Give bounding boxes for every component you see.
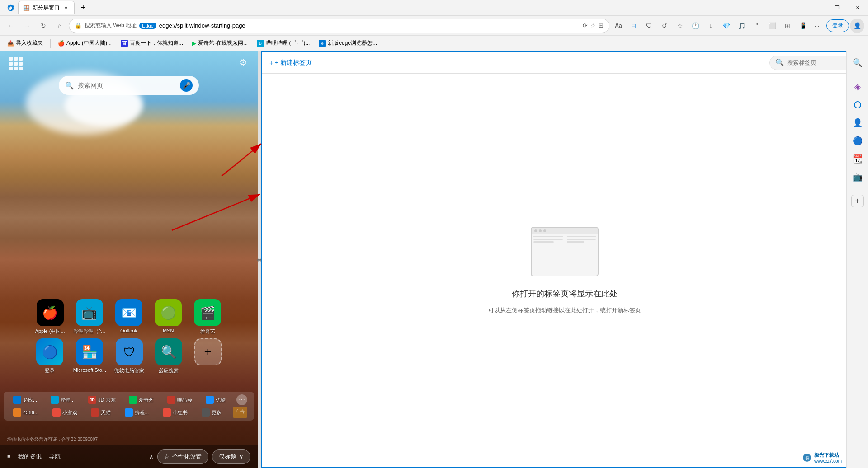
sidebar-add-button[interactable]: +	[851, 195, 864, 207]
sidebar-collections-button[interactable]: ◈	[849, 79, 866, 95]
hamburger-icon: ≡	[7, 453, 11, 460]
voice-search-button[interactable]: 🎤	[180, 79, 193, 92]
bookmark-edge-guide[interactable]: e 新版edge浏览器怎...	[315, 38, 381, 48]
quotes-button[interactable]: "	[750, 19, 764, 33]
svg-text:极: 极	[804, 456, 809, 460]
login-button[interactable]: 登录	[826, 19, 849, 32]
shortcut-bing[interactable]: 必应...	[10, 394, 40, 405]
more-tools-button[interactable]: ⋯	[811, 19, 826, 33]
app-login[interactable]: 🔵 登录	[34, 338, 66, 374]
screenshot-button[interactable]: ⬜	[765, 19, 779, 33]
sidebar-tv-button[interactable]: 📺	[849, 169, 866, 185]
settings-more-button[interactable]: 📱	[796, 19, 810, 33]
refresh-page-button[interactable]: ↺	[657, 19, 672, 33]
4366-shortcut-icon	[13, 408, 21, 417]
right-sidebar: 🔍 ◈ 👤 🔵 📆 📺 +	[846, 51, 868, 468]
shortcut-tmall[interactable]: 天猫	[88, 407, 113, 418]
address-bar[interactable]: 🔒 搜索或输入 Web 地址 Edge edge://split-window-…	[69, 19, 609, 33]
shortcut-jd[interactable]: JD JD 京东	[85, 394, 118, 405]
right-header: + + 新建标签页 🔍	[262, 52, 867, 74]
address-icon: 🔒	[75, 22, 82, 29]
address-text: edge://split-window-starting-page	[159, 22, 580, 29]
sidebar-apps-button[interactable]: 🔵	[849, 133, 866, 149]
panel-divider[interactable]: ⇔	[258, 51, 261, 468]
browser-apps-button[interactable]: ⊞	[780, 19, 795, 33]
sidebar-search-button[interactable]: 🔍	[849, 55, 866, 71]
address-search-placeholder: 搜索或输入 Web 地址	[85, 22, 137, 29]
title-select-button[interactable]: 仅标题 ∨	[212, 449, 250, 464]
bookmark-bilibili[interactable]: B 哔哩哔哩 (゜-゜)...	[253, 38, 313, 48]
active-tab[interactable]: 🪟 新分屏窗口 ×	[18, 1, 75, 14]
line4	[567, 236, 596, 237]
collapse-button[interactable]: ∧	[149, 453, 154, 460]
read-mode-button[interactable]: Aa	[611, 19, 626, 33]
plus-icon: +	[269, 59, 273, 66]
app-microsoft-store[interactable]: 🏪 Microsoft Sto...	[73, 338, 106, 374]
bottom-nav-right: ∧ ☆ 个性化设置 仅标题 ∨	[149, 449, 250, 464]
split-outer-frame	[531, 227, 599, 276]
shortcut-xiaohongshu[interactable]: 小红书	[160, 407, 190, 418]
close-tab-button[interactable]: ×	[62, 5, 70, 12]
left-search-input[interactable]	[78, 82, 176, 89]
music-button[interactable]: 🎵	[734, 19, 749, 33]
menu-button[interactable]: ≡	[7, 453, 11, 460]
shortcut-4366[interactable]: 4366...	[10, 407, 41, 418]
line5	[567, 239, 596, 240]
watermark-url: www.xz7.com	[814, 459, 842, 463]
close-window-button[interactable]: ×	[847, 0, 868, 16]
app-bilibili[interactable]: 📺 哔哩哔哩（^...	[73, 299, 105, 335]
sidebar-edge-button[interactable]	[849, 97, 866, 113]
app-iqiyi[interactable]: 🎬 爱奇艺	[192, 299, 224, 335]
vip-shortcut-icon	[167, 396, 175, 404]
back-button[interactable]: ←	[4, 19, 18, 33]
avatar-button[interactable]: 👤	[850, 19, 864, 33]
app-bing-search[interactable]: 🔍 必应搜索	[153, 338, 185, 374]
shortcut-more[interactable]: 更多	[199, 407, 224, 418]
forward-button[interactable]: →	[20, 19, 34, 33]
bookmarks-bar: 📥 导入收藏夹 🍎 Apple (中国大陆)... 百 百度一下，你就知道...…	[0, 36, 868, 51]
nav-button[interactable]: 导航	[49, 453, 61, 461]
split-screen-button[interactable]: ⊟	[627, 19, 641, 33]
news-button[interactable]: 我的资讯	[18, 453, 42, 461]
grid-menu-button[interactable]	[7, 55, 22, 70]
main-content: ⚙ 🔍 🎤 🍎 Apple (中国... 📺 哔哩哔哩（^... 📧	[0, 51, 868, 468]
new-tab-button[interactable]: +	[76, 1, 90, 14]
shortcut-youku[interactable]: 优酷	[203, 394, 228, 405]
browser-essentials-button[interactable]: 🛡	[642, 19, 656, 33]
new-tab-link[interactable]: + + 新建标签页	[269, 59, 312, 67]
jd-shortcut-icon: JD	[88, 396, 96, 404]
shortcut-games[interactable]: 小游戏	[50, 407, 80, 418]
refresh-button[interactable]: ↻	[36, 19, 51, 33]
wallet-button[interactable]: 💎	[719, 19, 733, 33]
sidebar-outlook-button[interactable]: 📆	[849, 151, 866, 167]
app-pc-manager[interactable]: 🛡 微软电脑管家	[113, 338, 146, 374]
bing-app-icon: 🔍	[155, 338, 182, 365]
shortcut-bilibili[interactable]: 哔哩...	[48, 394, 77, 405]
maximize-button[interactable]: ❐	[826, 0, 847, 16]
favorites-button[interactable]: ☆	[673, 19, 687, 33]
app-msn[interactable]: 🟢 MSN	[152, 299, 184, 335]
import-favorites-button[interactable]: 📥 导入收藏夹	[4, 38, 47, 48]
more-shortcuts-button[interactable]: ⋯	[236, 394, 247, 405]
shortcut-vip[interactable]: 唯品会	[165, 394, 195, 405]
home-button[interactable]: ⌂	[52, 19, 67, 33]
app-add[interactable]: +	[192, 338, 224, 374]
shortcut-ctrip[interactable]: 携程...	[122, 407, 151, 418]
personalize-button[interactable]: ☆ 个性化设置	[157, 449, 208, 464]
right-body: 你打开的标签页将显示在此处 可以从左侧标签页拖动链接以在此处打开，或打开新标签页	[262, 74, 867, 467]
apps-row-1: 🍎 Apple (中国... 📺 哔哩哔哩（^... 📧 Outlook 🟢 M…	[34, 299, 224, 335]
bookmark-apple[interactable]: 🍎 Apple (中国大陆)...	[54, 38, 115, 48]
sidebar-profile-button[interactable]: 👤	[849, 115, 866, 131]
left-settings-button[interactable]: ⚙	[236, 55, 250, 70]
history-button[interactable]: 🕐	[688, 19, 703, 33]
minimize-button[interactable]: —	[806, 0, 826, 16]
line2	[533, 239, 563, 240]
left-search-bar[interactable]: 🔍 🎤	[59, 76, 199, 95]
shortcut-iqiyi2[interactable]: 爱奇艺	[126, 394, 156, 405]
star-icon: ☆	[590, 22, 596, 29]
app-outlook[interactable]: 📧 Outlook	[113, 299, 145, 335]
downloads-button[interactable]: ↓	[703, 19, 718, 33]
bookmark-iqiyi[interactable]: ▶ 爱奇艺-在线视频网...	[189, 38, 251, 48]
app-apple[interactable]: 🍎 Apple (中国...	[34, 299, 66, 335]
bookmark-baidu[interactable]: 百 百度一下，你就知道...	[117, 38, 187, 48]
